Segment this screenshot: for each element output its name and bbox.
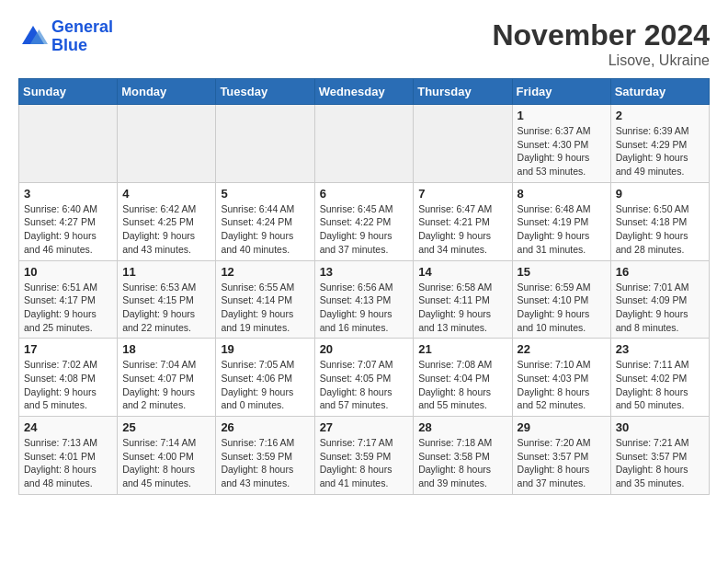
day-number: 20: [320, 342, 409, 356]
day-number: 17: [24, 342, 112, 356]
day-info: Sunrise: 6:53 AM Sunset: 4:15 PM Dayligh…: [122, 281, 210, 335]
weekday-header-thursday: Thursday: [414, 79, 512, 105]
day-info: Sunrise: 7:04 AM Sunset: 4:07 PM Dayligh…: [122, 358, 210, 412]
day-number: 2: [616, 109, 704, 122]
day-info: Sunrise: 7:01 AM Sunset: 4:09 PM Dayligh…: [616, 281, 704, 335]
calendar-cell: 7Sunrise: 6:47 AM Sunset: 4:21 PM Daylig…: [414, 182, 512, 260]
weekday-header-row: SundayMondayTuesdayWednesdayThursdayFrid…: [19, 79, 710, 105]
page-header: General Blue November 2024 Lisove, Ukrai…: [18, 18, 710, 69]
week-row-2: 3Sunrise: 6:40 AM Sunset: 4:27 PM Daylig…: [19, 182, 710, 260]
calendar-cell: 18Sunrise: 7:04 AM Sunset: 4:07 PM Dayli…: [118, 339, 216, 417]
day-info: Sunrise: 6:55 AM Sunset: 4:14 PM Dayligh…: [221, 281, 309, 335]
day-number: 10: [24, 265, 112, 279]
calendar-cell: 20Sunrise: 7:07 AM Sunset: 4:05 PM Dayli…: [314, 339, 414, 417]
title-block: November 2024 Lisove, Ukraine: [492, 18, 710, 69]
day-number: 7: [418, 187, 506, 201]
calendar-cell: 15Sunrise: 6:59 AM Sunset: 4:10 PM Dayli…: [512, 260, 610, 339]
day-number: 22: [518, 342, 606, 356]
day-number: 24: [24, 420, 112, 434]
day-info: Sunrise: 7:14 AM Sunset: 4:00 PM Dayligh…: [122, 436, 210, 490]
day-info: Sunrise: 7:16 AM Sunset: 3:59 PM Dayligh…: [221, 436, 309, 490]
day-info: Sunrise: 7:17 AM Sunset: 3:59 PM Dayligh…: [320, 436, 409, 490]
calendar-cell: 26Sunrise: 7:16 AM Sunset: 3:59 PM Dayli…: [216, 417, 314, 495]
day-info: Sunrise: 7:02 AM Sunset: 4:08 PM Dayligh…: [24, 358, 112, 412]
day-number: 6: [320, 187, 409, 201]
calendar-cell: 14Sunrise: 6:58 AM Sunset: 4:11 PM Dayli…: [414, 260, 512, 339]
day-info: Sunrise: 6:58 AM Sunset: 4:11 PM Dayligh…: [418, 281, 506, 335]
logo: General Blue: [18, 18, 113, 55]
calendar-cell: [216, 105, 314, 183]
weekday-header-sunday: Sunday: [19, 79, 118, 105]
day-number: 14: [418, 265, 506, 279]
week-row-1: 1Sunrise: 6:37 AM Sunset: 4:30 PM Daylig…: [19, 105, 710, 183]
calendar-cell: 25Sunrise: 7:14 AM Sunset: 4:00 PM Dayli…: [118, 417, 216, 495]
day-number: 13: [320, 265, 409, 279]
day-number: 28: [418, 420, 506, 434]
week-row-4: 17Sunrise: 7:02 AM Sunset: 4:08 PM Dayli…: [19, 339, 710, 417]
calendar-cell: [414, 105, 512, 183]
day-number: 8: [518, 187, 606, 201]
calendar-cell: 23Sunrise: 7:11 AM Sunset: 4:02 PM Dayli…: [610, 339, 709, 417]
calendar-cell: 17Sunrise: 7:02 AM Sunset: 4:08 PM Dayli…: [19, 339, 118, 417]
day-number: 30: [616, 420, 704, 434]
day-info: Sunrise: 7:11 AM Sunset: 4:02 PM Dayligh…: [616, 358, 704, 412]
calendar-table: SundayMondayTuesdayWednesdayThursdayFrid…: [18, 78, 710, 495]
calendar-cell: 4Sunrise: 6:42 AM Sunset: 4:25 PM Daylig…: [118, 182, 216, 260]
day-number: 18: [122, 342, 210, 356]
day-info: Sunrise: 6:47 AM Sunset: 4:21 PM Dayligh…: [418, 202, 506, 257]
day-number: 25: [122, 420, 210, 434]
calendar-cell: 9Sunrise: 6:50 AM Sunset: 4:18 PM Daylig…: [610, 182, 709, 260]
day-number: 9: [616, 187, 704, 201]
calendar-cell: 1Sunrise: 6:37 AM Sunset: 4:30 PM Daylig…: [512, 105, 610, 183]
day-number: 11: [122, 265, 210, 279]
day-number: 3: [24, 187, 112, 201]
calendar-cell: 16Sunrise: 7:01 AM Sunset: 4:09 PM Dayli…: [610, 260, 709, 339]
day-info: Sunrise: 6:51 AM Sunset: 4:17 PM Dayligh…: [24, 281, 112, 335]
weekday-header-saturday: Saturday: [610, 79, 709, 105]
calendar-cell: 22Sunrise: 7:10 AM Sunset: 4:03 PM Dayli…: [512, 339, 610, 417]
calendar-cell: 29Sunrise: 7:20 AM Sunset: 3:57 PM Dayli…: [512, 417, 610, 495]
day-info: Sunrise: 6:37 AM Sunset: 4:30 PM Dayligh…: [518, 124, 606, 178]
calendar-cell: 27Sunrise: 7:17 AM Sunset: 3:59 PM Dayli…: [314, 417, 414, 495]
day-number: 5: [221, 187, 309, 201]
day-info: Sunrise: 7:20 AM Sunset: 3:57 PM Dayligh…: [518, 436, 606, 490]
day-info: Sunrise: 7:18 AM Sunset: 3:58 PM Dayligh…: [418, 436, 506, 490]
calendar-cell: [314, 105, 414, 183]
day-info: Sunrise: 6:39 AM Sunset: 4:29 PM Dayligh…: [616, 124, 704, 178]
day-info: Sunrise: 7:10 AM Sunset: 4:03 PM Dayligh…: [518, 358, 606, 412]
calendar-cell: 19Sunrise: 7:05 AM Sunset: 4:06 PM Dayli…: [216, 339, 314, 417]
day-info: Sunrise: 7:07 AM Sunset: 4:05 PM Dayligh…: [320, 358, 409, 412]
day-number: 27: [320, 420, 409, 434]
calendar-cell: 13Sunrise: 6:56 AM Sunset: 4:13 PM Dayli…: [314, 260, 414, 339]
day-info: Sunrise: 6:50 AM Sunset: 4:18 PM Dayligh…: [616, 202, 704, 257]
calendar-cell: 24Sunrise: 7:13 AM Sunset: 4:01 PM Dayli…: [19, 417, 118, 495]
month-title: November 2024: [492, 18, 710, 52]
calendar-cell: 6Sunrise: 6:45 AM Sunset: 4:22 PM Daylig…: [314, 182, 414, 260]
calendar-cell: 30Sunrise: 7:21 AM Sunset: 3:57 PM Dayli…: [610, 417, 709, 495]
calendar-cell: [19, 105, 118, 183]
day-info: Sunrise: 6:42 AM Sunset: 4:25 PM Dayligh…: [122, 202, 210, 257]
calendar-cell: 2Sunrise: 6:39 AM Sunset: 4:29 PM Daylig…: [610, 105, 709, 183]
day-info: Sunrise: 7:05 AM Sunset: 4:06 PM Dayligh…: [221, 358, 309, 412]
day-number: 19: [221, 342, 309, 356]
day-info: Sunrise: 7:08 AM Sunset: 4:04 PM Dayligh…: [418, 358, 506, 412]
day-info: Sunrise: 7:13 AM Sunset: 4:01 PM Dayligh…: [24, 436, 112, 490]
calendar-cell: 21Sunrise: 7:08 AM Sunset: 4:04 PM Dayli…: [414, 339, 512, 417]
calendar-cell: 3Sunrise: 6:40 AM Sunset: 4:27 PM Daylig…: [19, 182, 118, 260]
day-info: Sunrise: 6:45 AM Sunset: 4:22 PM Dayligh…: [320, 202, 409, 257]
location: Lisove, Ukraine: [492, 52, 710, 69]
day-number: 4: [122, 187, 210, 201]
day-info: Sunrise: 6:48 AM Sunset: 4:19 PM Dayligh…: [518, 202, 606, 257]
weekday-header-friday: Friday: [512, 79, 610, 105]
calendar-cell: 11Sunrise: 6:53 AM Sunset: 4:15 PM Dayli…: [118, 260, 216, 339]
weekday-header-monday: Monday: [118, 79, 216, 105]
logo-icon: [18, 22, 48, 52]
logo-text: General Blue: [51, 18, 113, 55]
day-number: 26: [221, 420, 309, 434]
day-number: 15: [518, 265, 606, 279]
calendar-cell: 10Sunrise: 6:51 AM Sunset: 4:17 PM Dayli…: [19, 260, 118, 339]
day-info: Sunrise: 6:44 AM Sunset: 4:24 PM Dayligh…: [221, 202, 309, 257]
day-info: Sunrise: 7:21 AM Sunset: 3:57 PM Dayligh…: [616, 436, 704, 490]
week-row-3: 10Sunrise: 6:51 AM Sunset: 4:17 PM Dayli…: [19, 260, 710, 339]
day-info: Sunrise: 6:56 AM Sunset: 4:13 PM Dayligh…: [320, 281, 409, 335]
